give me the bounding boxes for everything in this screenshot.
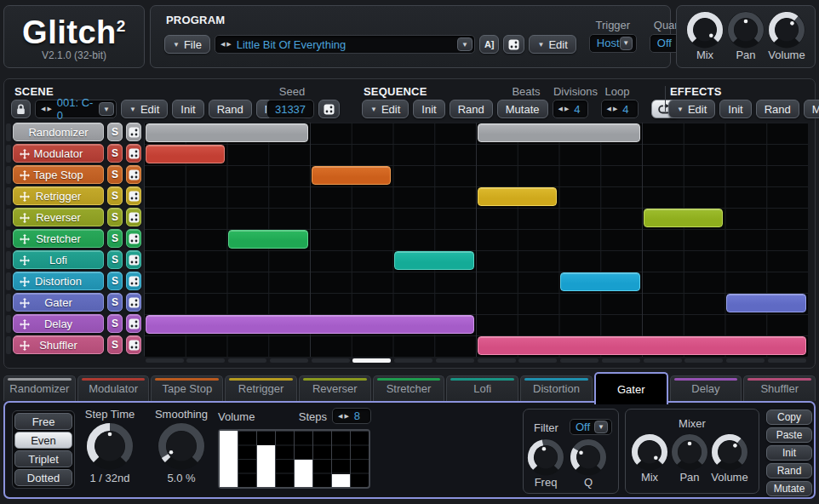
gater-mutate-button[interactable]: Mutate [766, 481, 812, 496]
program-dropdown-icon[interactable]: ▼ [457, 37, 472, 51]
mode-free-button[interactable]: Free [14, 413, 72, 430]
solo-button[interactable]: S [107, 314, 123, 333]
solo-button[interactable]: S [107, 229, 123, 248]
tab-modulator[interactable]: Modulator [77, 375, 150, 401]
mixer-volume-knob[interactable]: Volume [711, 433, 748, 484]
sequence-block-randomizer[interactable] [478, 123, 640, 142]
track-random-button[interactable] [126, 186, 141, 205]
scene-init-button[interactable]: Init [172, 100, 203, 118]
sequence-block-distortion[interactable] [560, 272, 640, 291]
prev-next-icons[interactable]: ◀▶ [558, 106, 571, 112]
track-random-button[interactable] [126, 293, 141, 312]
sequence-rand-button[interactable]: Rand [450, 100, 493, 118]
divisions-selector[interactable]: ◀▶4 [601, 100, 639, 118]
scene-rand-button[interactable]: Rand [209, 100, 252, 118]
master-mix-knob[interactable]: Mix [686, 11, 724, 67]
tab-shuffler[interactable]: Shuffler [743, 375, 816, 401]
track-button-stretcher[interactable]: Stretcher [13, 229, 104, 248]
seed-field[interactable]: 31337 [266, 100, 314, 118]
tab-tape-stop[interactable]: Tape Stop [151, 375, 223, 401]
program-rename-button[interactable]: A] [479, 35, 500, 54]
program-random-button[interactable] [503, 35, 524, 54]
track-random-button[interactable] [126, 229, 141, 248]
steps-selector[interactable]: ◀▶8 [332, 408, 371, 424]
track-random-button[interactable] [126, 208, 141, 226]
effects-mutate-button[interactable]: Mutate [804, 100, 819, 118]
track-random-button[interactable] [126, 250, 141, 269]
mode-triplet-button[interactable]: Triplet [14, 450, 72, 467]
prev-next-icons[interactable]: ◀▶ [220, 41, 233, 48]
chevron-down-icon[interactable]: ▼ [594, 421, 608, 433]
program-edit-button[interactable]: ▼Edit [529, 35, 576, 54]
step-time-knob[interactable]: Step Time1 / 32nd [80, 408, 140, 484]
track-button-randomizer[interactable]: Randomizer [13, 123, 104, 141]
scene-selector[interactable]: ◀▶ 001: C-0 ▼ [35, 100, 117, 118]
sequence-block-modulator[interactable] [146, 145, 226, 163]
filter-freq-knob[interactable]: Freq [527, 438, 564, 489]
gater-rand-button[interactable]: Rand [766, 463, 812, 478]
solo-button[interactable]: S [107, 293, 123, 312]
track-button-reverser[interactable]: Reverser [13, 208, 104, 226]
chevron-down-icon[interactable]: ▼ [620, 37, 633, 50]
solo-button[interactable]: S [107, 144, 123, 163]
prev-next-icons[interactable]: ◀▶ [338, 413, 351, 420]
tab-retrigger[interactable]: Retrigger [225, 375, 297, 401]
volume-step-5[interactable] [295, 431, 313, 487]
gater-paste-button[interactable]: Paste [766, 427, 812, 443]
filter-q-knob[interactable]: Q [570, 438, 607, 489]
master-pan-knob[interactable]: Pan [727, 11, 765, 67]
track-button-gater[interactable]: Gater [13, 293, 104, 312]
gater-init-button[interactable]: Init [766, 445, 812, 461]
volume-step-3[interactable] [257, 431, 276, 487]
sequence-block-delay[interactable] [146, 315, 474, 334]
tab-stretcher[interactable]: Stretcher [373, 375, 445, 401]
effects-init-button[interactable]: Init [719, 100, 751, 118]
track-random-button[interactable] [126, 314, 141, 333]
track-button-retrigger[interactable]: Retrigger [13, 186, 104, 205]
track-random-button[interactable] [126, 123, 141, 141]
smoothing-knob[interactable]: Smoothing5.0 % [148, 408, 215, 484]
sequence-block-gater[interactable] [726, 294, 806, 312]
filter-select[interactable]: Off▼ [570, 419, 612, 435]
track-button-shuffler[interactable]: Shuffler [13, 335, 104, 354]
solo-button[interactable]: S [107, 208, 123, 226]
tab-reverser[interactable]: Reverser [299, 375, 371, 401]
beats-selector[interactable]: ◀▶4 [553, 100, 588, 118]
volume-step-7[interactable] [332, 431, 351, 487]
track-button-lofi[interactable]: Lofi [13, 250, 104, 269]
volume-step-2[interactable] [238, 431, 257, 487]
sequence-edit-button[interactable]: ▼Edit [362, 100, 409, 118]
gater-copy-button[interactable]: Copy [766, 410, 812, 425]
track-button-tape-stop[interactable]: Tape Stop [13, 165, 104, 184]
solo-button[interactable]: S [107, 186, 123, 205]
sequence-mutate-button[interactable]: Mutate [497, 100, 548, 118]
track-random-button[interactable] [126, 272, 141, 290]
prev-next-icons[interactable]: ◀▶ [41, 106, 54, 112]
track-random-button[interactable] [126, 165, 141, 184]
mode-even-button[interactable]: Even [14, 432, 72, 449]
tab-lofi[interactable]: Lofi [446, 375, 518, 401]
track-random-button[interactable] [126, 335, 141, 354]
volume-step-1[interactable] [220, 431, 238, 487]
sequence-block-retrigger[interactable] [478, 187, 558, 206]
tab-randomizer[interactable]: Randomizer [3, 375, 76, 401]
track-button-delay[interactable]: Delay [13, 314, 104, 333]
scene-lock-button[interactable] [11, 100, 31, 118]
mixer-mix-knob[interactable]: Mix [631, 433, 668, 484]
sequence-init-button[interactable]: Init [413, 100, 444, 118]
volume-step-6[interactable] [313, 431, 332, 487]
solo-button[interactable]: S [107, 250, 123, 269]
effects-edit-button[interactable]: ▼Edit [668, 100, 715, 118]
program-file-button[interactable]: ▼File [164, 35, 210, 54]
sequence-block-stretcher[interactable] [228, 230, 308, 249]
program-selector[interactable]: ◀▶ Little Bit Of Everything ▼ [215, 35, 475, 54]
solo-button[interactable]: S [107, 165, 123, 184]
solo-button[interactable]: S [107, 272, 123, 290]
sequence-block-shuffler[interactable] [478, 336, 806, 355]
sequencer-grid[interactable] [144, 123, 808, 357]
chevron-down-icon[interactable]: ▼ [99, 102, 114, 116]
master-volume-knob[interactable]: Volume [768, 11, 805, 67]
solo-button[interactable]: S [107, 123, 123, 141]
sequence-block-reverser[interactable] [644, 209, 724, 227]
solo-button[interactable]: S [107, 335, 123, 354]
